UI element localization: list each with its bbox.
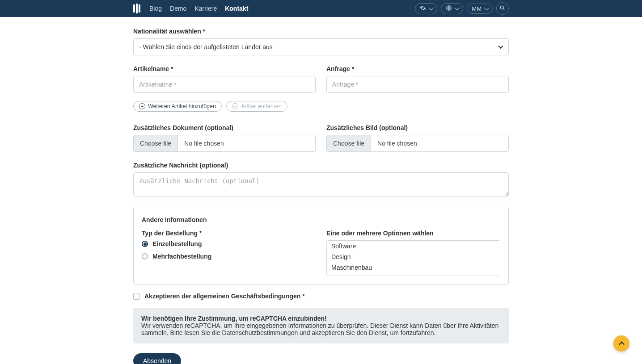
nav-link-karriere[interactable]: Karriere <box>194 5 217 12</box>
option-anderes[interactable]: Anderes <box>327 273 500 276</box>
nationality-select[interactable] <box>133 38 509 55</box>
choose-file-button[interactable]: Choose file <box>327 135 371 151</box>
option-maschinenbau[interactable]: Maschinenbau <box>327 262 500 273</box>
radio-single-label: Einzelbestellung <box>152 240 202 247</box>
chevron-down-icon <box>429 5 434 10</box>
brand-logo[interactable] <box>133 4 140 13</box>
navbar: Blog Demo Karriere Kontakt MM <box>0 0 642 17</box>
radio-single-order[interactable]: Einzelbestellung <box>142 240 316 247</box>
terms-checkbox[interactable] <box>133 293 140 300</box>
extra-doc-file-input[interactable]: Choose file No file chosen <box>133 135 316 152</box>
nav-link-blog[interactable]: Blog <box>149 5 162 12</box>
file-name-text: No file chosen <box>178 135 230 151</box>
svg-line-2 <box>503 8 505 10</box>
nationality-label: Nationalität auswählen * <box>133 28 509 35</box>
add-article-label: Weiteren Artikel hinzufügen <box>148 103 216 109</box>
plus-icon: + <box>139 103 145 109</box>
radio-icon <box>142 241 148 247</box>
extra-img-label: Zusätzliches Bild (optional) <box>326 124 509 131</box>
remove-article-button[interactable]: − Artikel entfernen <box>226 101 287 112</box>
chevron-down-icon <box>455 5 460 10</box>
theme-switcher[interactable] <box>415 3 437 14</box>
options-multiselect[interactable]: Software Design Maschinenbau Anderes <box>326 240 500 276</box>
option-design[interactable]: Design <box>327 251 500 262</box>
globe-icon <box>446 5 452 13</box>
file-name-text: No file chosen <box>371 135 423 151</box>
submit-button[interactable]: Absenden <box>133 353 181 364</box>
minus-icon: − <box>232 103 238 109</box>
request-input[interactable] <box>326 76 509 93</box>
chevron-down-icon <box>484 5 489 10</box>
extra-doc-label: Zusätzliches Dokument (optional) <box>133 124 316 131</box>
radio-icon <box>142 253 148 259</box>
nav-links: Blog Demo Karriere Kontakt <box>149 5 248 12</box>
nav-link-kontakt[interactable]: Kontakt <box>225 5 248 12</box>
consent-title: Wir benötigen Ihre Zustimmung, um reCAPT… <box>141 315 327 322</box>
multi-select-label: Eine oder mehrere Optionen wählen <box>326 230 500 237</box>
extra-msg-label: Zusätzliche Nachricht (optional) <box>133 162 509 169</box>
nav-link-demo[interactable]: Demo <box>170 5 186 12</box>
order-type-label: Typ der Bestellung * <box>142 230 316 237</box>
svg-point-1 <box>500 6 503 9</box>
extra-img-file-input[interactable]: Choose file No file chosen <box>326 135 509 152</box>
other-info-title: Andere Informationen <box>142 216 500 223</box>
choose-file-button[interactable]: Choose file <box>134 135 178 151</box>
gear-icon <box>420 5 426 13</box>
remove-article-label: Artikel entfernen <box>241 103 282 109</box>
option-software[interactable]: Software <box>327 241 500 251</box>
consent-body: Wir verwenden reCAPTCHA, um Ihre eingege… <box>141 322 498 336</box>
user-menu[interactable]: MM <box>467 4 493 14</box>
add-article-button[interactable]: + Weiteren Artikel hinzufügen <box>133 101 222 112</box>
radio-multiple-label: Mehrfachbestellung <box>152 253 211 260</box>
radio-multiple-order[interactable]: Mehrfachbestellung <box>142 253 316 260</box>
search-icon <box>499 5 506 13</box>
terms-label: Akzeptieren der allgemeinen Geschäftsbed… <box>144 293 305 300</box>
other-info-card: Andere Informationen Typ der Bestellung … <box>133 208 509 285</box>
article-name-label: Artikelname * <box>133 65 316 72</box>
language-switcher[interactable] <box>441 3 463 14</box>
scroll-to-top-button[interactable] <box>613 335 629 351</box>
request-label: Anfrage * <box>326 65 509 72</box>
extra-msg-textarea[interactable] <box>133 172 509 197</box>
search-button[interactable] <box>496 2 509 15</box>
user-initials: MM <box>472 5 482 12</box>
recaptcha-consent-box: Wir benötigen Ihre Zustimmung, um reCAPT… <box>133 308 509 343</box>
article-name-input[interactable] <box>133 76 316 93</box>
chevron-up-icon <box>619 341 625 347</box>
